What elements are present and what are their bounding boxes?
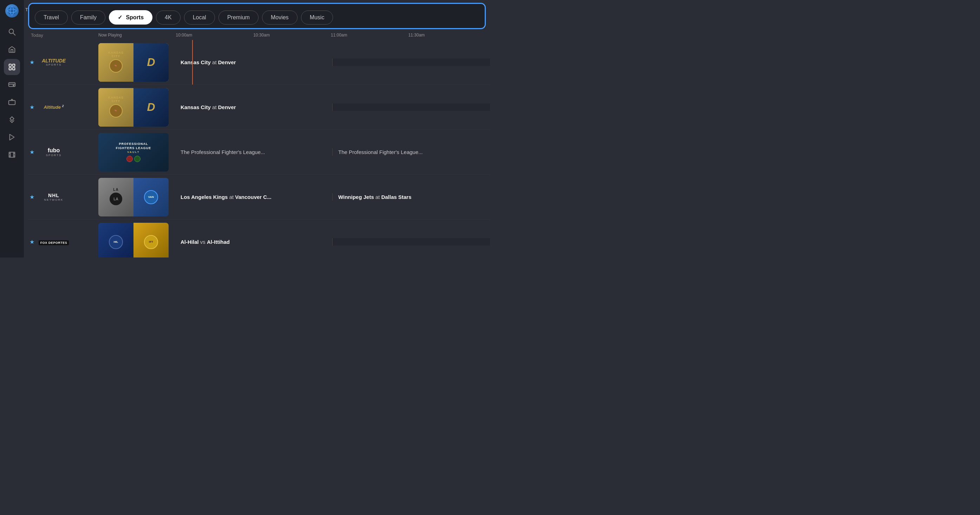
program-thumbnail-nhl[interactable]: LA LA VAN [99, 178, 169, 217]
timeline-1130: 11:30am [408, 33, 486, 38]
filter-chip-movies[interactable]: Movies [262, 11, 298, 25]
program-title: Winnipeg Jets at Dallas Stars [338, 193, 411, 201]
filter-bar-wrapper: Travel Family ✓ Sports 4K Local Premium … [28, 3, 486, 29]
svg-line-4 [13, 33, 15, 35]
sidebar-item-home[interactable] [4, 41, 20, 57]
channel-info-fox: ★ FOX DEPORTES [28, 232, 99, 252]
program-title: The Professional Fighter's League... [181, 148, 265, 156]
program-title: Los Angeles Kings at Vancouver C... [181, 193, 272, 201]
channel-info-fubo: ★ fubo SPORTS [28, 143, 99, 162]
svg-marker-13 [10, 135, 14, 140]
timeline-times: Now Playing 10:00am 10:30am 11:00am 11:3… [99, 33, 486, 38]
timeline-now-playing: Now Playing [99, 33, 176, 38]
filter-bar: Travel Family ✓ Sports 4K Local Premium … [35, 7, 479, 28]
program-block-empty [332, 238, 490, 246]
timeline-1030: 10:30am [253, 33, 331, 38]
checkmark-icon: ✓ [118, 14, 122, 21]
program-title: The Professional Fighter's League... [338, 148, 423, 156]
svg-rect-7 [9, 68, 11, 70]
filter-chip-travel[interactable]: Travel [35, 11, 68, 25]
table-row: ★ Altitude 2 KANSAS CITY 🦘 [28, 85, 490, 130]
timeline-header: Today Now Playing 10:00am 10:30am 11:00a… [28, 29, 486, 40]
program-block-empty [332, 103, 490, 111]
program-title: Kansas City at Denver [181, 103, 236, 111]
svg-point-0 [8, 7, 16, 15]
svg-rect-12 [9, 100, 15, 105]
sidebar-item-dvr[interactable] [4, 76, 20, 93]
favorite-icon[interactable]: ★ [30, 59, 34, 66]
table-row: ★ Altitude SPORTS KANSAS CITY 🦘 [28, 40, 490, 85]
table-row: ★ FOX DEPORTES HIL [28, 220, 490, 258]
program-title: Al-Hilal vs Al-Ittihad [181, 238, 230, 246]
sidebar-item-search[interactable] [4, 24, 20, 40]
program-block[interactable]: Los Angeles Kings at Vancouver C... [175, 193, 332, 201]
program-info-5: Al-Hilal vs Al-Ittihad [175, 238, 490, 246]
channel-logo-fox-deportes: FOX DEPORTES [38, 232, 70, 252]
program-title: Kansas City at Denver [181, 59, 236, 66]
channel-logo-fubo: fubo SPORTS [38, 143, 70, 162]
channel-logo-altitude: Altitude SPORTS [38, 52, 70, 72]
program-block[interactable]: Kansas City at Denver [175, 59, 332, 66]
program-thumbnail-kc-denver-1[interactable]: KANSAS CITY 🦘 D [99, 43, 169, 82]
program-block[interactable]: Kansas City at Denver [175, 103, 332, 111]
filter-chip-sports[interactable]: ✓ Sports [109, 10, 153, 25]
program-list: ★ Altitude SPORTS KANSAS CITY 🦘 [28, 40, 490, 258]
program-block[interactable]: Al-Hilal vs Al-Ittihad [175, 238, 332, 246]
favorite-icon[interactable]: ★ [30, 194, 34, 200]
timeline-1100: 11:00am [331, 33, 409, 38]
sidebar-item-sports[interactable] [4, 112, 20, 128]
filter-chip-premium[interactable]: Premium [218, 11, 259, 25]
program-block[interactable]: The Professional Fighter's League... [175, 148, 332, 156]
sidebar-item-tv[interactable] [4, 94, 20, 110]
table-row: ★ fubo SPORTS PROFESSIONAL FIGHTERS LEAG… [28, 130, 490, 175]
sidebar [0, 0, 24, 258]
program-info-4: Los Angeles Kings at Vancouver C... Winn… [175, 193, 490, 201]
svg-rect-5 [9, 64, 11, 66]
favorite-icon[interactable]: ★ [30, 104, 34, 111]
program-info-1: Kansas City at Denver [175, 59, 490, 66]
program-thumbnail-kc-denver-2[interactable]: KANSAS CITY 🦘 D [99, 88, 169, 127]
channel-info-altitude: ★ Altitude SPORTS [28, 52, 99, 72]
timeline-1000: 10:00am [176, 33, 254, 38]
program-block-2[interactable]: The Professional Fighter's League... [332, 148, 490, 156]
filter-chip-4k[interactable]: 4K [156, 11, 181, 25]
timeline-today: Today [28, 33, 99, 38]
channel-logo-altitude2: Altitude 2 [38, 98, 70, 117]
svg-rect-8 [13, 68, 15, 70]
program-block-empty [332, 59, 490, 66]
sidebar-item-movies[interactable] [4, 147, 20, 163]
program-thumbnail-soccer[interactable]: HIL ITT [99, 223, 169, 258]
main-content: Travel Family ✓ Sports 4K Local Premium … [24, 0, 490, 258]
filter-chip-music[interactable]: Music [301, 11, 333, 25]
program-block-2[interactable]: Winnipeg Jets at Dallas Stars [332, 193, 490, 201]
channel-logo-nhl: NHL NETWORK [38, 187, 70, 207]
filter-chip-family[interactable]: Family [71, 11, 105, 25]
program-thumbnail-pfl[interactable]: PROFESSIONAL FIGHTERS LEAGUE VAULT [99, 133, 169, 171]
filter-chip-local[interactable]: Local [184, 11, 215, 25]
program-info-2: Kansas City at Denver [175, 103, 490, 111]
sidebar-item-video[interactable] [4, 129, 20, 145]
app-logo [5, 4, 19, 17]
sidebar-item-guide[interactable] [4, 59, 20, 75]
svg-rect-6 [13, 64, 15, 66]
svg-point-11 [13, 85, 14, 86]
favorite-icon[interactable]: ★ [30, 149, 34, 155]
program-info-3: The Professional Fighter's League... The… [175, 148, 490, 156]
channel-info-altitude2: ★ Altitude 2 [28, 98, 99, 117]
favorite-icon[interactable]: ★ [30, 239, 34, 245]
channel-info-nhl: ★ NHL NETWORK [28, 187, 99, 207]
table-row: ★ NHL NETWORK LA LA [28, 175, 490, 220]
